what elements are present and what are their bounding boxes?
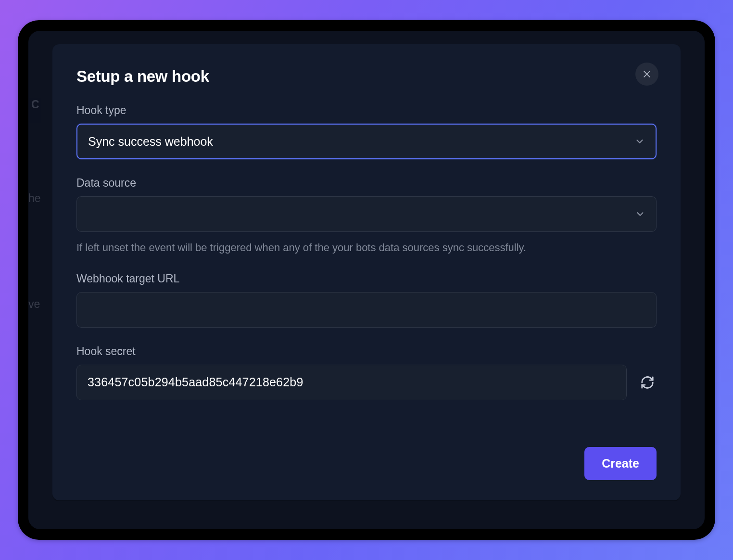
device-frame: C he ve Setup a new hook Hook type Sync (18, 20, 715, 540)
data-source-helper: If left unset the event will be triggere… (76, 241, 657, 255)
close-icon (642, 69, 652, 79)
chevron-down-icon (635, 209, 645, 219)
target-url-input[interactable] (76, 292, 657, 328)
new-hook-modal: Setup a new hook Hook type Sync success … (52, 44, 681, 500)
data-source-label: Data source (76, 177, 657, 190)
target-url-label: Webhook target URL (76, 272, 657, 285)
create-button[interactable]: Create (584, 447, 657, 480)
hook-type-select[interactable]: Sync success webhook (76, 124, 657, 159)
refresh-icon (640, 375, 655, 390)
hook-secret-input[interactable]: 336457c05b294b5aad85c447218e62b9 (76, 365, 627, 400)
hook-secret-label: Hook secret (76, 345, 657, 358)
data-source-select[interactable] (76, 196, 657, 232)
hook-type-label: Hook type (76, 104, 657, 117)
hook-secret-value: 336457c05b294b5aad85c447218e62b9 (88, 375, 303, 389)
hook-type-value: Sync success webhook (88, 135, 213, 149)
regenerate-secret-button[interactable] (638, 373, 657, 392)
chevron-down-icon (634, 136, 645, 147)
modal-title: Setup a new hook (76, 67, 209, 86)
screen: C he ve Setup a new hook Hook type Sync (28, 31, 705, 529)
close-button[interactable] (635, 63, 658, 86)
